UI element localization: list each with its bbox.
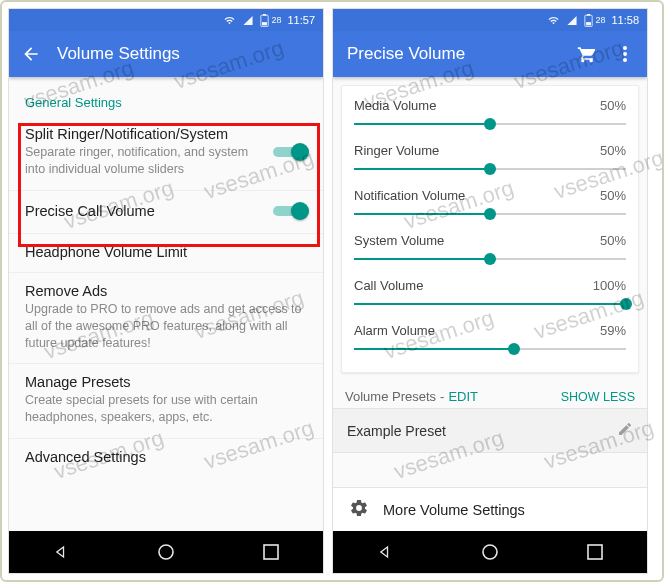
setting-precise-call[interactable]: Precise Call Volume [9,191,323,234]
slider-value: 100% [593,278,626,293]
switch-split[interactable] [273,142,307,162]
volume-card: Media Volume50%Ringer Volume50%Notificat… [341,85,639,373]
setting-subtext: Create special presets for use with cert… [25,392,307,426]
presets-label: Volume Presets [345,389,436,404]
battery-text: 28 [595,15,605,25]
volume-slider-row: Notification Volume50% [354,182,626,227]
svg-rect-12 [588,545,602,559]
page-title: Volume Settings [57,44,313,64]
status-bar: 28 11:57 [9,9,323,31]
slider-label: Alarm Volume [354,323,435,338]
clock-text: 11:57 [287,14,315,26]
slider-label: System Volume [354,233,444,248]
slider-value: 50% [600,143,626,158]
setting-advanced[interactable]: Advanced Settings [9,439,323,477]
nav-home-icon[interactable] [472,534,508,570]
wifi-icon [547,15,560,26]
svg-rect-4 [264,545,278,559]
phone-right: 28 11:58 Precise Volume Media Volume50%R… [332,8,648,574]
nav-recent-icon[interactable] [253,534,289,570]
svg-point-10 [623,58,627,62]
svg-point-11 [483,545,497,559]
nav-recent-icon[interactable] [577,534,613,570]
slider-media-volume[interactable] [354,113,626,135]
edit-button[interactable]: EDIT [448,389,478,404]
show-less-button[interactable]: SHOW LESS [561,390,635,404]
nav-home-icon[interactable] [148,534,184,570]
more-settings-label: More Volume Settings [383,502,525,518]
volume-slider-row: Media Volume50% [354,92,626,137]
clock-text: 11:58 [611,14,639,26]
slider-ringer-volume[interactable] [354,158,626,180]
volume-slider-row: Alarm Volume59% [354,317,626,362]
preset-item[interactable]: Example Preset [333,408,647,453]
phone-left: 28 11:57 Volume Settings General Setting… [8,8,324,574]
slider-call-volume[interactable] [354,293,626,315]
setting-split-ringer[interactable]: Split Ringer/Notification/System Separat… [9,116,323,191]
appbar: Volume Settings [9,31,323,77]
nav-back-icon[interactable] [367,534,403,570]
gear-icon [349,498,369,521]
slider-label: Media Volume [354,98,436,113]
nav-back-icon[interactable] [43,534,79,570]
nav-bar [333,531,647,573]
slider-value: 59% [600,323,626,338]
more-settings-button[interactable]: More Volume Settings [333,487,647,531]
back-icon[interactable] [19,42,43,66]
setting-headphone-limit[interactable]: Headphone Volume Limit [9,234,323,273]
slider-label: Call Volume [354,278,423,293]
nav-bar [9,531,323,573]
slider-alarm-volume[interactable] [354,338,626,360]
volume-slider-row: Call Volume100% [354,272,626,317]
appbar: Precise Volume [333,31,647,77]
setting-manage-presets[interactable]: Manage Presets Create special presets fo… [9,364,323,439]
setting-subtext: Separate ringer, notification, and syste… [25,144,263,178]
volume-slider-row: Ringer Volume50% [354,137,626,182]
setting-label: Headphone Volume Limit [25,244,307,260]
status-bar: 28 11:58 [333,9,647,31]
svg-point-8 [623,46,627,50]
setting-label: Remove Ads [25,283,307,299]
svg-rect-6 [587,14,590,16]
signal-icon [566,15,578,26]
cart-icon[interactable] [575,42,599,66]
preset-name: Example Preset [347,423,446,439]
switch-precise-call[interactable] [273,201,307,221]
svg-point-3 [159,545,173,559]
presets-header: Volume Presets - EDIT SHOW LESS [333,381,647,408]
battery-icon: 28 [260,14,281,27]
wifi-icon [223,15,236,26]
slider-label: Ringer Volume [354,143,439,158]
setting-label: Advanced Settings [25,449,307,465]
overflow-icon[interactable] [613,42,637,66]
slider-value: 50% [600,233,626,248]
pencil-icon[interactable] [617,421,633,440]
battery-text: 28 [271,15,281,25]
signal-icon [242,15,254,26]
slider-value: 50% [600,98,626,113]
volume-slider-row: System Volume50% [354,227,626,272]
svg-rect-2 [263,22,268,25]
svg-rect-7 [587,22,592,25]
section-header: General Settings [9,87,323,116]
setting-label: Precise Call Volume [25,203,263,219]
page-title: Precise Volume [343,44,561,64]
svg-rect-1 [263,14,266,16]
setting-label: Manage Presets [25,374,307,390]
setting-subtext: Upgrade to PRO to remove ads and get acc… [25,301,307,352]
setting-label: Split Ringer/Notification/System [25,126,263,142]
battery-icon: 28 [584,14,605,27]
content: General Settings Split Ringer/Notificati… [9,77,323,477]
setting-remove-ads[interactable]: Remove Ads Upgrade to PRO to remove ads … [9,273,323,365]
svg-point-9 [623,52,627,56]
slider-label: Notification Volume [354,188,465,203]
slider-notification-volume[interactable] [354,203,626,225]
slider-value: 50% [600,188,626,203]
slider-system-volume[interactable] [354,248,626,270]
